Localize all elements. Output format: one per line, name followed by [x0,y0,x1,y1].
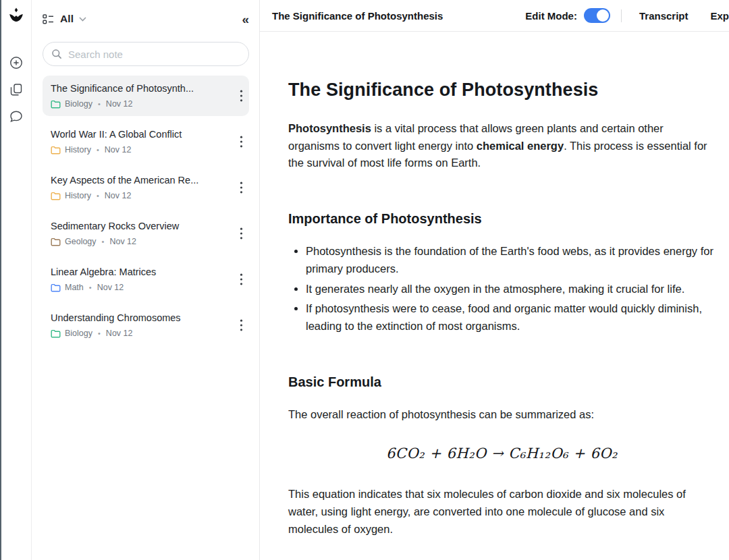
copy-notes-icon[interactable] [9,83,23,96]
note-list-item[interactable]: Sedimentary Rocks Overview Geology • Nov… [43,213,249,254]
meta-separator: • [98,100,101,108]
toggle-knob [597,9,609,22]
note-list-item[interactable]: Linear Algebra: Matrices Math • Nov 12 [43,259,249,300]
note-menu-icon[interactable] [240,273,243,285]
note-date: Nov 12 [106,99,133,109]
note-meta: History • Nov 12 [51,191,229,200]
chevron-down-icon[interactable] [79,17,86,22]
folder-icon [51,100,61,109]
filter-all-label[interactable]: All [60,13,74,25]
sidebar-header: All « [43,0,249,38]
note-date: Nov 12 [106,329,133,338]
edit-mode-toggle[interactable] [584,8,610,23]
document-title: The Significance of Photosynthesis [272,10,443,22]
formula-heading: Basic Formula [288,373,716,391]
note-date: Nov 12 [109,237,136,246]
search-box [43,42,249,66]
note-list-item[interactable]: Understanding Chromosomes Biology • Nov … [43,305,249,345]
meta-separator: • [102,237,105,246]
note-list-item[interactable]: World War II: A Global Conflict History … [43,121,249,162]
note-menu-icon[interactable] [240,319,243,331]
note-menu-icon[interactable] [240,181,243,194]
new-note-icon[interactable] [9,56,23,69]
note-list-item[interactable]: Key Aspects of the American Re... Histor… [43,167,249,208]
app-logo-icon[interactable] [7,7,25,26]
note-title: World War II: A Global Conflict [51,129,229,140]
note-meta: Geology • Nov 12 [51,237,229,246]
main-panel: The Significance of Photosynthesis Edit … [260,0,729,560]
note-date: Nov 12 [97,283,124,292]
note-content: The Significance of Photosynthesis Photo… [260,32,716,551]
notes-sidebar: All « The Significance of Photosynth... … [32,0,260,560]
intro-bold-chemical-energy: chemical energy [477,140,564,152]
document-topbar: The Significance of Photosynthesis Edit … [260,0,729,32]
note-meta: History • Nov 12 [51,145,229,155]
note-category: Geology [65,237,97,246]
folder-icon [51,192,61,200]
topbar-divider [621,9,622,22]
note-category: Math [65,283,84,292]
note-meta: Biology • Nov 12 [51,99,229,109]
note-category: History [65,191,91,200]
formula-lead: The overall reaction of photosynthesis c… [288,406,716,424]
meta-separator: • [97,146,99,154]
note-title: Linear Algebra: Matrices [51,267,229,277]
note-menu-icon[interactable] [240,90,243,102]
meta-separator: • [97,192,99,200]
meta-separator: • [89,283,92,291]
note-list-item[interactable]: The Significance of Photosynth... Biolog… [43,76,249,116]
note-title: Key Aspects of the American Re... [51,175,229,186]
intro-paragraph: Photosynthesis is a vital process that a… [288,120,716,172]
importance-item: If photosynthesis were to cease, food an… [306,300,716,335]
note-date: Nov 12 [105,145,132,155]
meta-separator: • [98,329,101,337]
note-date: Nov 12 [105,191,132,200]
importance-item: Photosynthesis is the foundation of the … [306,243,716,277]
note-meta: Math • Nov 12 [51,283,229,292]
formula-explanation: This equation indicates that six molecul… [288,486,716,538]
folder-icon [51,283,61,292]
transcript-button[interactable]: Transcript [639,10,688,22]
note-category: Biology [65,329,92,338]
note-title: Sedimentary Rocks Overview [51,221,229,231]
folder-icon [51,237,61,246]
note-heading: The Significance of Photosynthesis [288,79,716,101]
note-menu-icon[interactable] [240,227,243,240]
note-menu-icon[interactable] [240,136,243,148]
collapse-sidebar-icon[interactable]: « [242,13,249,26]
note-meta: Biology • Nov 12 [51,329,229,338]
importance-heading: Importance of Photosynthesis [288,210,716,228]
importance-item: It generates nearly all the oxygen in th… [306,281,716,298]
search-icon [51,49,62,59]
chat-icon[interactable] [9,110,23,123]
search-input[interactable] [43,42,249,66]
note-category: Biology [65,99,92,109]
category-filter-icon[interactable] [43,14,54,24]
export-button[interactable]: Export [710,10,729,22]
note-category: History [65,145,91,155]
importance-list: Photosynthesis is the foundation of the … [288,243,716,335]
intro-bold-photosynthesis: Photosynthesis [288,122,371,134]
note-title: The Significance of Photosynth... [51,83,229,94]
folder-icon [51,146,61,155]
folder-icon [51,329,61,338]
note-title: Understanding Chromosomes [51,312,229,323]
icon-rail [1,0,32,560]
note-list: The Significance of Photosynth... Biolog… [43,76,249,345]
edit-mode-label: Edit Mode: [525,10,577,22]
chemical-equation: 6CO₂ + 6H₂O → C₆H₁₂O₆ + 6O₂ [288,443,716,464]
topbar-actions: Edit Mode: Transcript Export [525,8,729,23]
